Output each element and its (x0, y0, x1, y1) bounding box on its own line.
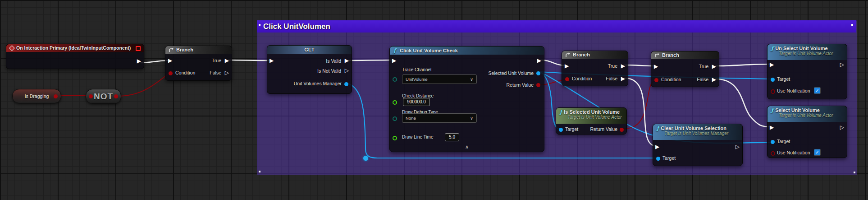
use-notification-checkbox[interactable]: ✓ (814, 149, 821, 156)
target-label: Target (565, 126, 578, 132)
exec-in-pin[interactable]: ▶ (654, 64, 658, 69)
condition-label: Condition (175, 70, 195, 75)
return-value-pin[interactable] (620, 128, 624, 132)
true-label: True (212, 58, 221, 63)
use-notification-label: Use Notification (777, 88, 810, 93)
condition-pin[interactable] (654, 78, 658, 82)
comment-box-header[interactable]: Click UnitVolumen (257, 20, 856, 33)
branch-title: Branch (176, 46, 193, 54)
condition-pin[interactable] (565, 77, 569, 81)
exec-in-pin[interactable]: ▶ (392, 58, 396, 63)
exec-in-pin[interactable]: ▶ (565, 63, 569, 69)
wire-branch2-true-to-branch3 (625, 65, 654, 66)
target-label: Target (662, 155, 676, 161)
is-not-valid-exec-pin[interactable]: ▷ (345, 68, 349, 73)
clear-unit-volume-selection-node[interactable]: ƒClear Unit Volume Selection Target is U… (653, 124, 743, 166)
draw-line-time-pin[interactable] (393, 136, 397, 140)
not-out-pin[interactable] (114, 94, 118, 98)
true-label: True (608, 63, 617, 69)
event-node-on-interaction-primary[interactable]: On Interaction Primary (IdealTwinInputCo… (6, 44, 144, 69)
false-exec-pin[interactable]: ▶ (712, 77, 716, 82)
condition-pin[interactable] (169, 71, 173, 75)
select-title: Select Unit Volume (775, 107, 820, 113)
use-notification-label: Use Notification (777, 150, 810, 155)
comment-resize-handle[interactable] (259, 24, 260, 26)
is-selected-header: ƒIs Selected Unit Volume Target is Unit … (556, 108, 626, 124)
wire-event-to-branch1 (141, 60, 168, 63)
draw-debug-type-dropdown[interactable]: None ∨ (402, 113, 477, 123)
draw-line-time-label: Draw Line Time (402, 135, 433, 140)
is-selected-unit-volume-node[interactable]: ƒIs Selected Unit Volume Target is Unit … (556, 107, 627, 135)
comment-resize-handle[interactable] (854, 172, 855, 173)
exec-in-pin[interactable]: ▶ (655, 144, 659, 149)
false-label: False (210, 70, 221, 75)
exec-out-pin[interactable]: ▷ (736, 144, 740, 149)
branch-title: Branch (573, 51, 590, 59)
is-valid-exec-pin[interactable]: ▶ (345, 58, 349, 63)
target-pin[interactable] (771, 78, 775, 82)
comment-resize-handle[interactable] (851, 24, 853, 26)
wire-not-to-branch-condition (117, 74, 169, 96)
not-in-pin[interactable] (89, 94, 93, 98)
exec-out-pin[interactable]: ▶ (537, 58, 541, 63)
false-exec-pin[interactable]: ▷ (225, 70, 229, 75)
unselect-unit-volume-node[interactable]: ƒUn Select Unit Volume Target is Unit Vo… (767, 44, 847, 99)
trace-channel-dropdown[interactable]: UnitVolume ∨ (402, 74, 477, 84)
is-valid-label: Is Valid (326, 58, 341, 64)
dropdown-chevron-icon: ∨ (470, 116, 473, 121)
clear-selection-subtitle: Target is Unit Volumes Manager (664, 131, 739, 136)
exec-out-pin[interactable]: ▷ (840, 125, 844, 130)
reroute-node[interactable] (363, 156, 368, 161)
select-header: ƒSelect Unit Volume Target is Unit Volum… (767, 106, 847, 122)
exec-in-pin[interactable]: ▶ (270, 58, 274, 63)
click-check-header: ƒ Click Unit Volume Check (390, 47, 544, 55)
exec-in-pin[interactable]: ▶ (770, 125, 774, 130)
branch-node-1[interactable]: Branch ▶ Condition True ▶ False ▷ (165, 46, 232, 81)
false-exec-pin[interactable]: ▶ (621, 76, 625, 81)
return-value-label: Return Value (506, 82, 534, 88)
function-icon: ƒ (393, 47, 396, 55)
target-pin[interactable] (771, 140, 775, 144)
exec-out-pin[interactable]: ▶ (137, 58, 141, 64)
true-exec-pin[interactable]: ▶ (621, 63, 625, 69)
target-pin[interactable] (656, 157, 660, 161)
use-notification-pin[interactable] (771, 89, 775, 94)
check-distance-input[interactable]: 900000.0 (403, 98, 430, 106)
trace-channel-pin[interactable] (393, 77, 397, 82)
delegate-pin[interactable] (136, 46, 141, 51)
branch-node-2[interactable]: Branch ▶ Condition True ▶ False ▶ (562, 51, 628, 86)
comment-resize-handle[interactable] (259, 171, 260, 172)
get-title: GET (304, 47, 315, 52)
is-dragging-out-pin[interactable] (54, 94, 58, 98)
exec-out-pin[interactable]: ▷ (840, 62, 844, 67)
not-operator-node[interactable]: NOT (86, 89, 121, 104)
get-header: GET (267, 46, 352, 54)
unit-volumes-manager-pin[interactable] (344, 82, 348, 86)
true-exec-pin[interactable]: ▶ (712, 64, 716, 69)
condition-label: Condition (572, 76, 592, 81)
return-value-pin[interactable] (536, 83, 540, 87)
draw-debug-type-pin[interactable] (393, 116, 397, 121)
true-exec-pin[interactable]: ▶ (225, 58, 229, 63)
target-pin[interactable] (559, 128, 563, 132)
selected-unit-volume-pin[interactable] (536, 71, 540, 75)
check-distance-pin[interactable] (393, 100, 397, 105)
wire-branch3-false-to-select (716, 79, 771, 127)
select-unit-volume-node[interactable]: ƒSelect Unit Volume Target is Unit Volum… (767, 106, 847, 158)
condition-label: Condition (661, 77, 681, 82)
variable-node-is-dragging[interactable]: Is Dragging (12, 89, 61, 103)
use-notification-pin[interactable] (771, 151, 775, 156)
exec-in-pin[interactable]: ▶ (168, 58, 172, 63)
branch-header: Branch (562, 51, 628, 59)
branch-node-3[interactable]: Branch ▶ Condition True ▶ False ▶ (651, 51, 719, 87)
get-node[interactable]: GET ▶ Is Valid ▶ Is Not Valid ▷ Unit Vol… (267, 45, 352, 94)
collapse-chevron-icon[interactable]: ∧ (465, 144, 469, 150)
function-icon: ƒ (771, 107, 773, 113)
true-label: True (699, 64, 708, 69)
use-notification-checkbox[interactable]: ✓ (814, 87, 821, 94)
exec-in-pin[interactable]: ▶ (770, 62, 774, 67)
draw-debug-type-value: None (406, 116, 416, 121)
draw-line-time-input[interactable]: 5.0 (445, 133, 459, 141)
select-subtitle: Target is Unit Volume Actor (779, 113, 843, 118)
click-unit-volume-check-node[interactable]: ƒ Click Unit Volume Check ▶ ▶ Selected U… (389, 46, 544, 152)
